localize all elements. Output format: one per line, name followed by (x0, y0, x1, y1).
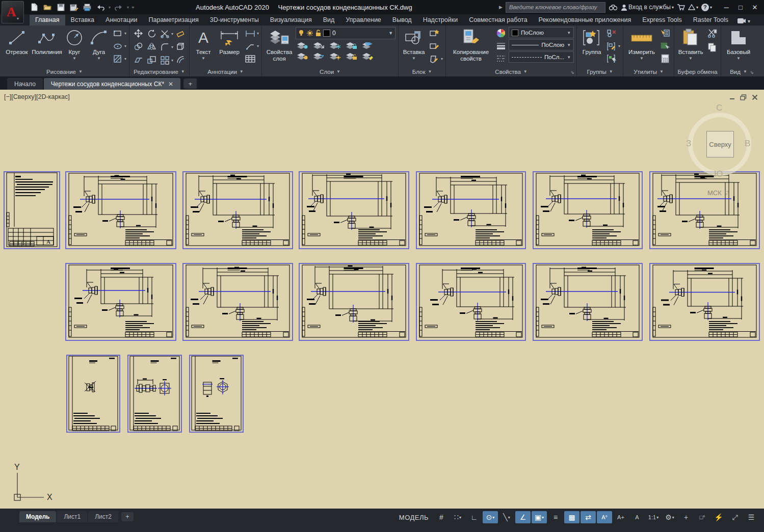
plot-button[interactable] (82, 2, 93, 12)
feedback-icon[interactable]: ▾ (688, 4, 698, 10)
panel-title-view[interactable]: Вид▼⇘ (721, 67, 756, 76)
layout-tab-3[interactable]: Лист2 (88, 511, 118, 522)
signin-button[interactable]: Вход в службы▾ (621, 4, 674, 11)
hatch-tool-icon[interactable] (112, 53, 124, 65)
layer-color-swatch[interactable] (323, 30, 330, 37)
drawing-sheet-7-vessel[interactable] (649, 171, 760, 249)
annotative-objects-toggle[interactable]: A (629, 511, 645, 523)
ucs-icon[interactable]: Y X (8, 462, 59, 509)
layer-isolate-icon[interactable] (312, 40, 325, 50)
paste-button[interactable]: Вставить ▼ (677, 27, 704, 61)
copy-icon[interactable] (132, 40, 144, 52)
new-file-button[interactable] (29, 2, 40, 12)
layer-paint-icon[interactable] (361, 51, 374, 61)
viewcube-north-label[interactable]: С (716, 103, 722, 113)
arc-button[interactable]: Дуга ▼ (88, 27, 110, 61)
transparency-toggle[interactable]: ▩ (564, 511, 579, 523)
ungroup-icon[interactable] (605, 27, 618, 39)
layer-thaw-sun-icon[interactable] (306, 30, 313, 37)
group-selection-icon[interactable] (605, 52, 618, 65)
chevron-down-icon[interactable]: ▾ (171, 45, 173, 49)
ribbon-tab-6[interactable]: Визуализация (265, 15, 318, 25)
select-objects-icon[interactable] (659, 40, 671, 52)
app-store-cart-icon[interactable] (677, 4, 685, 11)
file-tab-1[interactable]: Начало (7, 78, 43, 90)
offset-icon[interactable] (174, 54, 187, 66)
chevron-down-icon[interactable]: ▾ (171, 32, 173, 36)
layer-properties-button[interactable]: Свойства слоя (265, 27, 294, 62)
drawing-sheet-2-vessel[interactable] (65, 171, 176, 249)
help-search-input[interactable]: Введите ключевое слово/фразу (506, 2, 605, 13)
dimension-button[interactable]: Размер (216, 27, 243, 56)
ribbon-tab-7[interactable]: Вид (318, 15, 340, 25)
viewcube-east-label[interactable]: В (745, 139, 750, 149)
lineweight-toggle[interactable]: ≡ (548, 511, 563, 523)
copy-clip-icon[interactable] (706, 41, 718, 54)
close-tab-icon[interactable]: ✕ (168, 81, 173, 88)
panel-title-utilities[interactable]: Утилиты▼ (623, 67, 674, 76)
layer-select[interactable]: 0 ▼ (296, 27, 396, 39)
scale-icon[interactable] (145, 54, 157, 66)
panel-title-annotation[interactable]: Аннотации▼ (190, 67, 261, 76)
ellipse-tool-icon[interactable] (112, 40, 124, 52)
ortho-toggle[interactable]: ∟ (466, 511, 482, 523)
graphics-performance-toggle[interactable]: ⚡ (711, 511, 726, 523)
panel-title-groups[interactable]: Группы▼ (577, 67, 623, 76)
undo-button[interactable] (95, 2, 106, 12)
qat-customize-icon[interactable]: ▾̶ (132, 5, 134, 10)
polyline-button[interactable]: Полилиния (33, 27, 61, 56)
clean-screen-toggle[interactable]: ⤢ (727, 511, 743, 523)
viewport-controls-label[interactable]: [−][Сверху][2D-каркас] (4, 93, 70, 100)
minimize-button[interactable]: ─ (719, 2, 733, 13)
color-wheel-icon[interactable] (495, 27, 507, 39)
new-drawing-tab-button[interactable]: + (183, 78, 197, 89)
layer-on-bulb-icon[interactable] (298, 30, 304, 37)
chevron-down-icon[interactable]: ▾ (257, 44, 259, 48)
chevron-down-icon[interactable]: ▾ (441, 57, 443, 61)
circle-button[interactable]: Круг ▼ (63, 27, 86, 61)
layer-on-all-icon[interactable] (296, 51, 309, 61)
lineweight-select[interactable]: ПоСлою▼ (509, 39, 574, 50)
chevron-down-icon[interactable]: ▾ (257, 31, 259, 36)
redo-button[interactable] (113, 2, 124, 12)
panel-title-properties[interactable]: Свойства▼⇘ (446, 67, 576, 76)
open-file-button[interactable] (42, 2, 53, 12)
multileader-icon[interactable] (244, 40, 256, 52)
osnap-2d-toggle[interactable]: ▣▾ (532, 511, 547, 523)
isolate-objects-toggle[interactable]: □° (695, 511, 710, 523)
viewcube-ucs-menu[interactable]: МСК▽ (707, 189, 729, 197)
drawing-sheet-13-vessel[interactable] (649, 263, 760, 341)
workspace-switching-toggle[interactable]: ⚙▾ (662, 511, 677, 523)
viewcube-west-label[interactable]: З (686, 139, 691, 149)
panel-title-modify[interactable]: Редактирование▼ (129, 67, 189, 76)
drawing-sheet-9-vessel[interactable] (182, 263, 293, 341)
panel-launcher-icon[interactable]: ⇘ (571, 70, 575, 75)
layer-off-icon[interactable] (296, 40, 309, 50)
search-binoculars-icon[interactable] (609, 4, 618, 11)
doc-restore-button[interactable] (740, 94, 747, 100)
panel-title-draw[interactable]: Рисование▼ (0, 67, 129, 76)
stretch-icon[interactable] (132, 54, 144, 66)
insert-block-button[interactable]: Вставка ▼ (401, 27, 427, 61)
drawing-sheet-15-detail[interactable] (127, 355, 182, 433)
drawing-sheet-16-detail[interactable] (189, 355, 244, 433)
layer-freeze-icon[interactable] (328, 40, 341, 50)
panel-title-clipboard[interactable]: Буфер обмена (674, 67, 721, 76)
array-icon[interactable] (159, 54, 171, 66)
drawing-sheet-14-detail[interactable] (66, 355, 120, 433)
search-arrow-icon[interactable]: ▶ (499, 5, 503, 10)
chevron-down-icon[interactable]: ▼ (388, 31, 393, 36)
drawing-sheet-10-vessel[interactable] (299, 263, 409, 341)
edit-block-icon[interactable] (428, 40, 440, 52)
layer-unlock-icon[interactable] (315, 30, 321, 37)
group-button[interactable]: Группа (579, 27, 604, 56)
drawing-sheet-8-vessel[interactable] (65, 263, 176, 341)
drawing-sheet-5-vessel[interactable] (416, 171, 526, 249)
measure-button[interactable]: Измерить ▼ (626, 27, 657, 61)
isodraft-toggle[interactable]: ╲▾ (499, 511, 514, 523)
doc-close-button[interactable] (751, 94, 758, 100)
ribbon-tab-8[interactable]: Управление (340, 15, 387, 25)
text-button[interactable]: A Текст ▼ (192, 27, 215, 61)
drawing-sheet-1-title[interactable]: А (4, 171, 60, 249)
quick-calc-icon[interactable] (659, 52, 671, 65)
